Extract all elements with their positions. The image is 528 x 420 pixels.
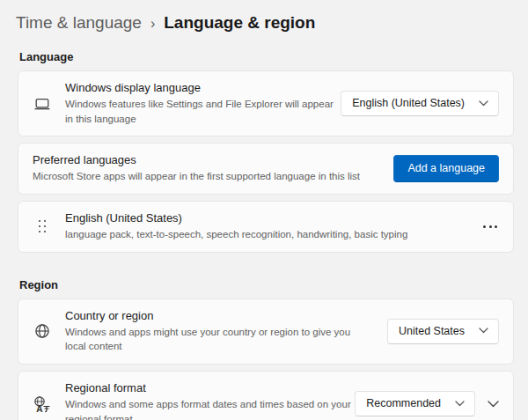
country-dropdown[interactable]: United States xyxy=(387,319,499,344)
chevron-down-icon xyxy=(479,328,488,334)
regional-format-card: A Regional format Windows and some apps … xyxy=(18,371,514,420)
preferred-languages-card: Preferred languages Microsoft Store apps… xyxy=(18,143,514,195)
language-section-label: Language xyxy=(19,50,513,63)
region-section-label: Region xyxy=(19,278,513,291)
regional-format-dropdown[interactable]: Recommended xyxy=(355,391,475,416)
chevron-down-icon xyxy=(479,100,488,107)
regional-format-description: Windows and some apps format dates and t… xyxy=(65,397,355,420)
regional-format-text: Regional format Windows and some apps fo… xyxy=(65,372,355,420)
svg-text:A: A xyxy=(36,403,42,413)
language-item-title: English (United States) xyxy=(65,211,481,225)
windows-display-language-description: Windows features like Settings and File … xyxy=(65,97,341,126)
preferred-languages-description: Microsoft Store apps will appear in the … xyxy=(33,169,385,184)
preferred-languages-text: Preferred languages Microsoft Store apps… xyxy=(33,144,393,194)
preferred-languages-title: Preferred languages xyxy=(33,153,393,166)
breadcrumb-separator: › xyxy=(150,15,155,32)
country-description: Windows and apps might use your country … xyxy=(65,325,371,354)
language-item-text: English (United States) language pack, t… xyxy=(65,202,481,252)
settings-page: Time & language › Language & region Lang… xyxy=(0,0,528,420)
translate-globe-icon: A xyxy=(33,395,51,413)
country-or-region-card: Country or region Windows and apps might… xyxy=(18,298,514,365)
display-language-dropdown[interactable]: English (United States) xyxy=(341,91,499,116)
windows-display-language-card: Windows display language Windows feature… xyxy=(18,70,514,136)
more-options-icon[interactable] xyxy=(481,220,499,233)
country-text: Country or region Windows and apps might… xyxy=(65,299,387,364)
regional-format-title: Regional format xyxy=(65,381,355,394)
globe-icon xyxy=(33,322,51,340)
regional-format-dropdown-value: Recommended xyxy=(366,397,441,409)
add-a-language-button[interactable]: Add a language xyxy=(393,155,499,182)
windows-display-language-text: Windows display language Windows feature… xyxy=(65,71,341,136)
country-dropdown-value: United States xyxy=(399,325,465,337)
grip-dots-icon[interactable] xyxy=(33,220,51,233)
language-item-description: language pack, text-to-speech, speech re… xyxy=(65,227,435,242)
page-title: Language & region xyxy=(164,13,315,33)
breadcrumb-parent[interactable]: Time & language xyxy=(16,13,142,33)
breadcrumb: Time & language › Language & region xyxy=(14,11,513,35)
laptop-icon xyxy=(33,95,51,113)
chevron-down-icon xyxy=(455,401,465,407)
expand-chevron-down-icon[interactable] xyxy=(488,401,499,408)
display-language-dropdown-value: English (United States) xyxy=(352,97,465,109)
windows-display-language-title: Windows display language xyxy=(65,81,341,94)
country-title: Country or region xyxy=(65,309,387,322)
language-list-item-card[interactable]: English (United States) language pack, t… xyxy=(18,201,514,253)
